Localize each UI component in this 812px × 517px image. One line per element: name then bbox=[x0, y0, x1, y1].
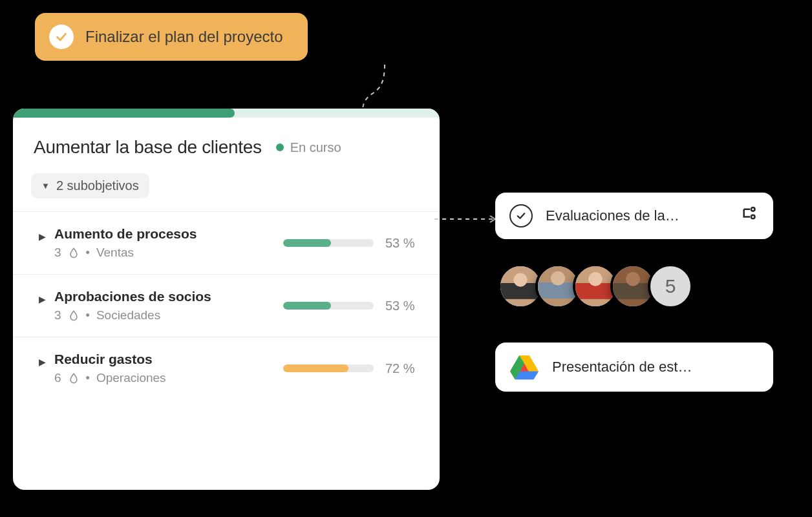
droplet-icon bbox=[68, 247, 80, 258]
objective-status[interactable]: En curso bbox=[276, 140, 341, 155]
subgoal-count: 3 bbox=[54, 308, 61, 322]
task-pill[interactable]: Finalizar el plan del proyecto bbox=[35, 13, 308, 61]
collaborator-avatars[interactable]: 5 bbox=[498, 264, 693, 309]
subgoal-count: 6 bbox=[54, 371, 61, 385]
subgoal-progress-bar bbox=[283, 239, 374, 247]
objective-title[interactable]: Aumentar la base de clientes bbox=[34, 137, 262, 158]
avatar-overflow-count: 5 bbox=[665, 275, 676, 297]
subgoal-progress-bar bbox=[283, 302, 374, 310]
objective-progress-bar bbox=[13, 109, 440, 118]
task-label: Finalizar el plan del proyecto bbox=[85, 28, 283, 46]
subgoal-meta: 3 • Ventas bbox=[54, 246, 197, 260]
svg-point-0 bbox=[751, 207, 755, 211]
check-circle-outline-icon bbox=[509, 204, 533, 227]
connector-line bbox=[433, 209, 503, 229]
subgoal-name: Aumento de procesos bbox=[54, 226, 197, 242]
subgoal-name: Reducir gastos bbox=[54, 352, 166, 367]
subgoal-meta: 3 • Sociedades bbox=[54, 308, 211, 322]
caret-down-icon: ▼ bbox=[41, 181, 50, 191]
droplet-icon bbox=[68, 310, 80, 321]
evaluation-card[interactable]: Evaluaciones de la… bbox=[495, 193, 773, 239]
subgoal-row[interactable]: ▶ Reducir gastos 6 • Operaciones 72 % bbox=[13, 337, 440, 399]
objective-progress-fill bbox=[13, 109, 235, 118]
subgoal-name: Aprobaciones de socios bbox=[54, 289, 211, 304]
subgoal-row[interactable]: ▶ Aumento de procesos 3 • Ventas 53 % bbox=[13, 211, 440, 274]
evaluation-label: Evaluaciones de la… bbox=[546, 207, 679, 224]
attachment-label: Presentación de est… bbox=[552, 359, 692, 375]
avatar-overflow[interactable]: 5 bbox=[648, 264, 693, 309]
subgoal-percent: 72 % bbox=[385, 361, 422, 376]
attachment-card[interactable]: Presentación de est… bbox=[495, 343, 773, 392]
google-drive-icon bbox=[509, 354, 539, 380]
subgoals-toggle-label: 2 subobjetivos bbox=[56, 178, 139, 193]
check-circle-icon bbox=[49, 25, 74, 49]
subgoal-progress-fill bbox=[283, 239, 331, 247]
subgoal-meta: 6 • Operaciones bbox=[54, 371, 166, 385]
subgoal-progress-fill bbox=[283, 302, 331, 310]
caret-right-icon: ▶ bbox=[39, 231, 46, 242]
connector-line bbox=[356, 39, 414, 116]
subgoal-team: Ventas bbox=[96, 246, 134, 260]
droplet-icon bbox=[68, 372, 80, 384]
subgoal-progress-bar bbox=[283, 364, 374, 372]
subgoal-row[interactable]: ▶ Aprobaciones de socios 3 • Sociedades … bbox=[13, 274, 440, 337]
caret-right-icon: ▶ bbox=[39, 294, 46, 304]
subgoal-percent: 53 % bbox=[385, 299, 422, 313]
status-label: En curso bbox=[290, 140, 341, 155]
subgoal-count: 3 bbox=[54, 246, 61, 260]
caret-right-icon: ▶ bbox=[39, 357, 46, 367]
subgoals-toggle[interactable]: ▼ 2 subobjetivos bbox=[31, 173, 149, 198]
subgoal-progress-fill bbox=[283, 364, 348, 372]
svg-point-1 bbox=[751, 215, 755, 219]
subgoals-list: ▶ Aumento de procesos 3 • Ventas 53 % bbox=[13, 211, 440, 399]
subgoal-team: Operaciones bbox=[96, 371, 166, 385]
status-dot-icon bbox=[276, 143, 284, 151]
subtask-icon[interactable] bbox=[741, 206, 759, 226]
objective-card: Aumentar la base de clientes En curso ▼ … bbox=[13, 109, 440, 490]
subgoal-team: Sociedades bbox=[96, 308, 160, 322]
subgoal-percent: 53 % bbox=[385, 236, 422, 251]
